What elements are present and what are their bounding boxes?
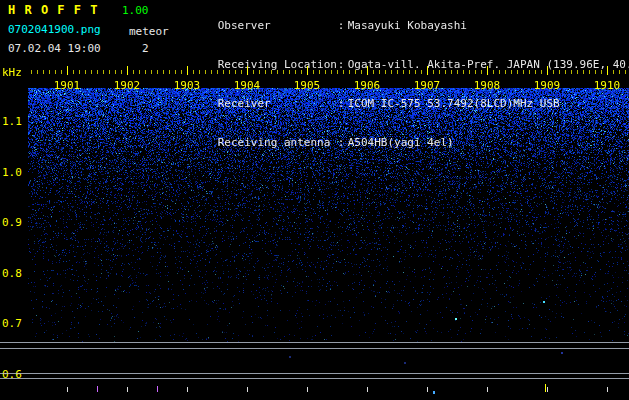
tick-mark xyxy=(433,391,435,394)
level-grid-line xyxy=(0,342,629,343)
observation-datetime: 07.02.04 19:00 xyxy=(8,43,101,55)
tick-mark xyxy=(289,356,291,358)
freq-label: 1.1 xyxy=(2,116,22,128)
tick-mark xyxy=(67,387,68,392)
tick-mark xyxy=(367,66,368,75)
level-grid-line xyxy=(0,348,629,349)
tick-mark xyxy=(404,362,406,364)
freq-label: 1.0 xyxy=(2,167,22,179)
tick-mark xyxy=(67,66,68,75)
time-label: 1905 xyxy=(294,80,321,92)
time-minor-ticks xyxy=(31,70,629,74)
time-label: 1901 xyxy=(54,80,81,92)
info-row-antenna: Receiving antenna:A504HB(yagi 4el) xyxy=(178,123,629,162)
info-value: ICOM IC-575 53.7492(8LCD)MHz USB xyxy=(348,97,560,110)
info-row-observer: Observer:Masayuki Kobayashi xyxy=(178,6,629,45)
freq-label: 0.7 xyxy=(2,318,22,330)
tick-mark xyxy=(427,66,428,75)
output-filename: 0702041900.png xyxy=(8,24,101,36)
tick-mark xyxy=(157,386,158,392)
tick-mark xyxy=(307,66,308,75)
tick-mark xyxy=(187,387,188,392)
info-colon: : xyxy=(338,136,348,149)
app-title: H R O F F T xyxy=(8,4,98,16)
info-colon: : xyxy=(338,97,348,110)
freq-unit-label: kHz xyxy=(2,67,22,79)
info-value: A504HB(yagi 4el) xyxy=(348,136,454,149)
tick-mark xyxy=(545,384,546,392)
tick-mark xyxy=(547,66,548,75)
freq-label: 0.9 xyxy=(2,217,22,229)
time-label: 1904 xyxy=(234,80,261,92)
level-grid-line xyxy=(0,378,629,379)
time-label: 1906 xyxy=(354,80,381,92)
time-label: 1902 xyxy=(114,80,141,92)
info-label: Receiver xyxy=(218,97,338,110)
tick-mark xyxy=(487,387,488,392)
tick-mark xyxy=(127,66,128,75)
info-label: Receiving antenna xyxy=(218,136,338,149)
tick-mark xyxy=(307,387,308,392)
tick-mark xyxy=(547,387,548,392)
tick-mark xyxy=(561,352,563,354)
mode-label: meteor xyxy=(129,26,169,38)
info-value: Masayuki Kobayashi xyxy=(348,19,467,32)
time-label: 1903 xyxy=(174,80,201,92)
tick-mark xyxy=(127,387,128,392)
tick-mark xyxy=(247,387,248,392)
info-label: Observer xyxy=(218,19,338,32)
time-label: 1907 xyxy=(414,80,441,92)
tick-mark xyxy=(487,66,488,75)
tick-mark xyxy=(187,66,188,75)
hrofft-window: H R O F F T 1.00 0702041900.png meteor 0… xyxy=(0,0,629,400)
info-colon: : xyxy=(338,19,348,32)
meteor-count: 2 xyxy=(142,43,149,55)
time-label: 1908 xyxy=(474,80,501,92)
tick-mark xyxy=(607,387,608,392)
tick-mark xyxy=(607,66,608,75)
tick-mark xyxy=(367,387,368,392)
app-version: 1.00 xyxy=(122,5,149,17)
time-label: 1909 xyxy=(534,80,561,92)
level-grid-line xyxy=(0,373,629,374)
freq-label: 0.8 xyxy=(2,268,22,280)
tick-mark xyxy=(427,387,428,392)
tick-mark xyxy=(97,386,98,392)
tick-mark xyxy=(247,66,248,75)
freq-label: 0.6 xyxy=(2,369,22,381)
time-label: 1910 xyxy=(594,80,621,92)
